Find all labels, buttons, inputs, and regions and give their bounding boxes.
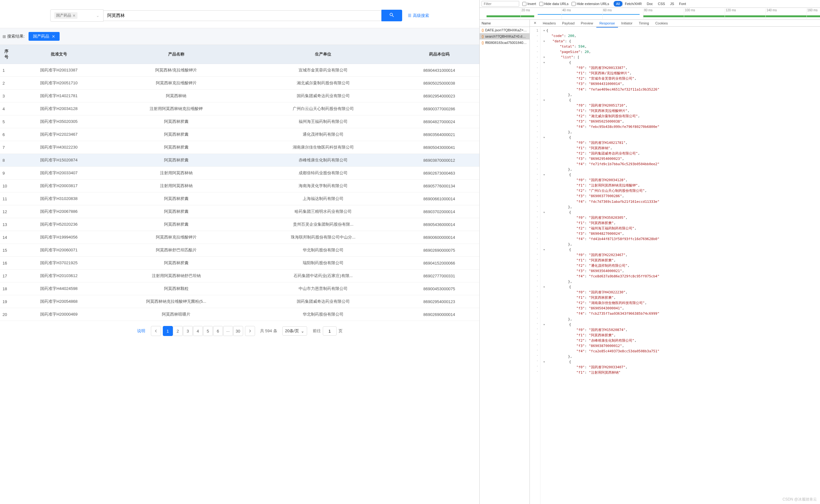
chevron-down-icon: ⌄: [301, 329, 304, 333]
table-cell: 国药准字H35020305: [13, 115, 105, 128]
goto-page-input[interactable]: [323, 326, 337, 336]
table-cell: 86905776000134: [399, 180, 479, 192]
table-row[interactable]: 5国药准字H35020305阿莫西林胶囊福州海王福药制药有限公司86904827…: [0, 115, 479, 128]
page-number-button[interactable]: 30: [233, 326, 243, 336]
advanced-search-link[interactable]: ☰ 高级搜索: [408, 13, 429, 18]
table-cell: 86903702000014: [399, 205, 479, 218]
results-label: ⊞ 搜索结果:: [3, 34, 25, 39]
network-filter-input[interactable]: [481, 1, 519, 7]
table-cell: 86904152000066: [399, 257, 479, 270]
table-cell: 86905436000014: [399, 218, 479, 231]
detail-tab[interactable]: Preview: [578, 20, 596, 27]
network-request[interactable]: {}search?7QBHXKaZ=0.dSkjqlqE...: [480, 33, 529, 39]
table-row[interactable]: 16国药准字H37021925阿莫西林胶囊瑞阳制药股份有限公司869041520…: [0, 257, 479, 270]
chevron-down-icon[interactable]: ⌄: [96, 13, 99, 18]
detail-tab[interactable]: Timing: [636, 20, 652, 27]
search-input[interactable]: [103, 10, 381, 21]
category-chip[interactable]: 国产药品 ✕: [54, 12, 77, 19]
table-cell: 86902954000123: [399, 295, 479, 308]
watermark: CSDN @冰履踏青云: [782, 497, 817, 502]
table-cell: 86902690000014: [399, 308, 479, 321]
table-cell: 国药准字H20051710: [13, 77, 105, 90]
category-select[interactable]: 国产药品 ✕ ⌄: [50, 9, 103, 22]
table-row[interactable]: 20国药准字H20000469阿莫西林咀嚼片华北制药股份有限公司86902690…: [0, 308, 479, 321]
request-name: ff80808183cad75001840881f8...: [485, 41, 528, 45]
table-row[interactable]: 2国药准字H20051710阿莫西林克拉维酸钾片湘北威尔曼制药股份有限公司869…: [0, 77, 479, 90]
table-cell: 20: [0, 308, 13, 321]
resource-type-tab[interactable]: Doc: [644, 1, 656, 7]
devtools-toolbar: Invert Hide data URLs Hide extension URL…: [480, 0, 820, 8]
response-body[interactable]: 1·······································…: [530, 27, 820, 504]
search-button[interactable]: [381, 10, 402, 21]
prev-page-button[interactable]: [151, 326, 161, 336]
table-row[interactable]: 10国药准字H20003817注射用阿莫西林钠海南海灵化学制药有限公司86905…: [0, 180, 479, 192]
table-row[interactable]: 6国药准字H22023467阿莫西林胶囊通化茂祥制药有限公司8690356400…: [0, 128, 479, 141]
detail-tab[interactable]: Response: [596, 20, 618, 28]
network-timeline[interactable]: 20 ms40 ms60 ms80 ms100 ms120 ms140 ms16…: [480, 8, 820, 20]
detail-tab[interactable]: Initiator: [618, 20, 636, 27]
network-request[interactable]: {}DATE.json?7QBHXKaZ=0zTFtF...: [480, 27, 529, 33]
table-cell: 5: [0, 115, 13, 128]
table-cell: 86900661000014: [399, 192, 479, 205]
table-row[interactable]: 1国药准字H20013387阿莫西林/克拉维酸钾片宣城市金芙蓉药业有限公司869…: [0, 64, 479, 77]
hide-ext-urls-checkbox[interactable]: Hide extension URLs: [571, 2, 609, 6]
table-cell: 86903564000021: [399, 128, 479, 141]
table-row[interactable]: 8国药准字H15020874阿莫西林胶囊赤峰维康生化制药有限公司86903870…: [0, 154, 479, 167]
table-row[interactable]: 14国药准字H19994056阿莫西林克拉维酸钾片珠海联邦制药股份有限公司中山分…: [0, 231, 479, 244]
detail-tab[interactable]: Payload: [559, 20, 578, 27]
explain-link[interactable]: 说明: [137, 328, 145, 334]
resource-type-tab[interactable]: Font: [677, 1, 689, 7]
results-bar: ⊞ 搜索结果: 国产药品 ✕: [0, 28, 479, 45]
table-cell: 13: [0, 218, 13, 231]
result-filter-tag[interactable]: 国产药品 ✕: [29, 32, 60, 41]
table-cell: 86905043000041: [399, 141, 479, 154]
next-page-button[interactable]: [245, 326, 255, 336]
table-cell: 阿莫西林钠克拉维酸钾无菌粉(5...: [105, 295, 247, 308]
detail-tab[interactable]: Cookies: [652, 20, 671, 27]
table-row[interactable]: 3国药准字H14021781阿莫西林钠国药集团威奇达药业有限公司86902954…: [0, 90, 479, 102]
table-row[interactable]: 17国药准字H20103612注射用阿莫西林钠舒巴坦钠石药集团中诺药业(石家庄)…: [0, 270, 479, 282]
table-cell: 1: [0, 64, 13, 77]
table-row[interactable]: 19国药准字H20054868阿莫西林钠克拉维酸钾无菌粉(5...国药集团威奇达…: [0, 295, 479, 308]
timeline-tick: 60 ms: [602, 8, 612, 20]
table-cell: 8: [0, 154, 13, 167]
close-detail-button[interactable]: ✕: [531, 20, 539, 26]
table-cell: 86904431000014: [399, 64, 479, 77]
page-size-select[interactable]: 20条/页 ⌄: [282, 326, 307, 336]
hide-data-urls-checkbox[interactable]: Hide data URLs: [539, 2, 569, 6]
close-icon[interactable]: ✕: [72, 13, 76, 18]
page-number-button[interactable]: 1: [163, 326, 173, 336]
request-name: search?7QBHXKaZ=0.dSkjqlqE...: [485, 34, 528, 38]
table-cell: 阿莫西林胶囊: [105, 141, 247, 154]
detail-tab[interactable]: Headers: [539, 20, 559, 27]
table-row[interactable]: 7国药准字H43022230阿莫西林胶囊湖南康尔佳生物医药科技有限公司86905…: [0, 141, 479, 154]
invert-checkbox[interactable]: Invert: [522, 2, 536, 6]
table-row[interactable]: 12国药准字H20067886阿莫西林胶囊哈药集团三精明水药业有限公司86903…: [0, 205, 479, 218]
page-number-button[interactable]: 4: [193, 326, 203, 336]
table-cell: 赤峰维康生化制药有限公司: [247, 154, 399, 167]
table-row[interactable]: 18国药准字H44024598阿莫西林颗粒中山市力恩普制药有限公司8690045…: [0, 282, 479, 295]
page-number-button[interactable]: 6: [213, 326, 223, 336]
table-row[interactable]: 11国药准字H31020838阿莫西林胶囊上海福达制药有限公司869006610…: [0, 192, 479, 205]
resource-type-tab[interactable]: JS: [668, 1, 677, 7]
resource-type-tab[interactable]: All: [613, 1, 623, 7]
table-row[interactable]: 9国药准字H20033407注射用阿莫西林钠成都倍特药业股份有限公司869026…: [0, 167, 479, 180]
close-icon[interactable]: ✕: [52, 34, 55, 39]
network-request[interactable]: {}ff80808183cad75001840881f8...: [480, 39, 529, 46]
xhr-icon: {}: [481, 34, 484, 38]
table-row[interactable]: 13国药准字H52020236阿莫西林胶囊贵州百灵企业集团制药股份有限...86…: [0, 218, 479, 231]
page-ellipsis[interactable]: ···: [223, 326, 233, 336]
table-row[interactable]: 15国药准字H20060071阿莫西林舒巴坦匹酯片华北制药股份有限公司86902…: [0, 244, 479, 257]
table-header: 生产单位: [247, 45, 399, 64]
page-number-button[interactable]: 5: [203, 326, 213, 336]
page-number-button[interactable]: 3: [183, 326, 193, 336]
page-number-button[interactable]: 2: [173, 326, 183, 336]
resource-type-tab[interactable]: Fetch/XHR: [623, 1, 644, 7]
resource-type-tab[interactable]: CSS: [655, 1, 668, 7]
table-cell: 福州海王福药制药有限公司: [247, 115, 399, 128]
resource-type-tabs: AllFetch/XHRDocCSSJSFont: [613, 1, 689, 7]
table-row[interactable]: 4国药准字H20034128注射用阿莫西林钠克拉维酸钾广州白云山天心制药股份有限…: [0, 102, 479, 115]
table-cell: 6: [0, 128, 13, 141]
table-cell: 国药集团威奇达药业有限公司: [247, 295, 399, 308]
table-cell: 华北制药股份有限公司: [247, 308, 399, 321]
